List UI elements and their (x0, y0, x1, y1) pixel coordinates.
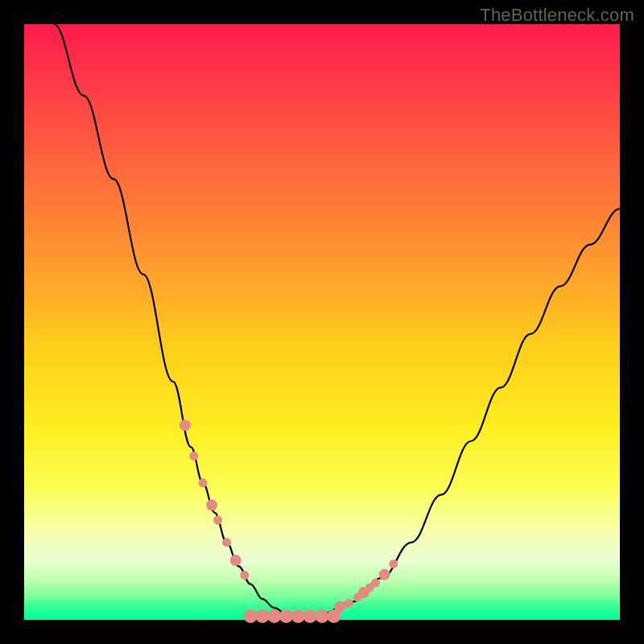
highlight-dots-left (180, 419, 249, 580)
highlight-dot (291, 609, 305, 623)
highlight-dot (327, 609, 341, 623)
highlight-dot (279, 609, 293, 623)
highlight-dot (303, 609, 317, 623)
highlight-dot (256, 609, 270, 623)
bottleneck-curve-path (54, 24, 620, 617)
highlight-dot (199, 478, 208, 487)
highlight-dot (206, 500, 217, 511)
highlight-dot (230, 555, 242, 566)
highlight-dot (180, 419, 191, 431)
highlight-dot (371, 579, 380, 588)
plot-area (24, 24, 620, 620)
highlight-dot (379, 569, 390, 580)
chart-frame: TheBottleneck.com (0, 0, 644, 644)
highlight-dot (189, 452, 198, 460)
highlight-dot (345, 599, 353, 608)
highlight-dot (240, 571, 249, 580)
highlight-dot (213, 516, 222, 525)
curve-svg (24, 24, 620, 620)
highlight-dot (267, 609, 281, 623)
highlight-dots-right (334, 559, 398, 613)
attribution-label: TheBottleneck.com (480, 5, 634, 26)
highlight-dot (222, 538, 231, 547)
highlight-dots-bottom (244, 609, 341, 623)
highlight-dot (389, 559, 398, 568)
highlight-dot (316, 609, 329, 623)
highlight-dot (244, 609, 258, 623)
